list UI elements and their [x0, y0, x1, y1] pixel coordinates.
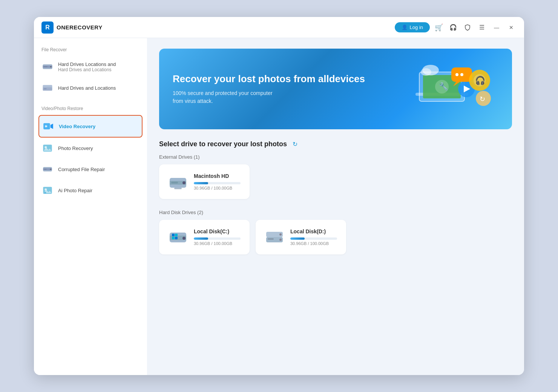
svg-rect-49: [172, 237, 175, 239]
menu-icon[interactable]: ☰: [477, 22, 487, 33]
macintosh-hd-name: Macintosh HD: [194, 173, 241, 179]
svg-point-2: [50, 66, 52, 67]
app-title: ONERECOVERY: [57, 24, 103, 31]
sidebar-item-ai-photo[interactable]: AI Ai Photo Repair: [34, 180, 147, 201]
sidebar-item-photo-recovery-label: Photo Recovery: [58, 145, 93, 151]
sidebar-item-corrupted-file-label: Corrupted File Repair: [58, 167, 105, 172]
banner-illustration: 🔧 🎧: [393, 61, 498, 117]
titlebar-actions: 👤 Log in 🛒 🎧 ☰ — ✕: [395, 22, 517, 33]
video-recovery-icon: [42, 120, 54, 132]
banner-subtitle: 100% secure and protected your computerf…: [173, 89, 365, 105]
local-disk-c-info: Local Disk(C:) 30.96GB / 100.00GB: [194, 228, 241, 246]
banner: Recover your lost photos from alldevices…: [159, 49, 512, 129]
user-icon: 👤: [402, 24, 408, 30]
svg-rect-6: [44, 88, 47, 89]
svg-text:🎧: 🎧: [475, 75, 486, 86]
svg-point-37: [421, 68, 431, 76]
external-drives-grid: Macintosh HD 30.96GB / 100.00GB: [159, 164, 512, 199]
svg-rect-43: [171, 182, 178, 184]
svg-text:AI: AI: [44, 191, 46, 194]
local-disk-c-name: Local Disk(C:): [194, 228, 241, 234]
svg-point-16: [50, 168, 51, 170]
macintosh-hd-info: Macintosh HD 30.96GB / 100.00GB: [194, 173, 241, 190]
drive-card-local-d[interactable]: Local Disk(D:) 30.96GB / 100.00GB: [256, 220, 346, 254]
cart-icon[interactable]: 🛒: [434, 22, 444, 33]
hard-disk-drives-grid: Local Disk(C:) 30.96GB / 100.00GB: [159, 220, 512, 254]
section-title: Select drive to recover your lost photos: [159, 140, 287, 148]
sidebar-item-hard-drives-1[interactable]: Hard Drives Locations and Hard Drives an…: [34, 56, 147, 77]
svg-marker-8: [51, 124, 53, 129]
svg-point-51: [182, 237, 185, 240]
svg-rect-17: [44, 169, 47, 170]
headphones-icon[interactable]: 🎧: [448, 22, 458, 33]
login-button[interactable]: 👤 Log in: [395, 22, 430, 32]
macintosh-hd-progress-bar: [194, 182, 241, 184]
drive-card-macintosh[interactable]: Macintosh HD 30.96GB / 100.00GB: [159, 164, 250, 199]
hard-disk-label: Hard Disk Drives (2): [159, 210, 512, 215]
local-disk-c-icon: [168, 227, 188, 247]
banner-text: Recover your lost photos from alldevices…: [173, 73, 365, 105]
svg-text:🔧: 🔧: [439, 82, 448, 91]
sidebar-item-photo-recovery[interactable]: Photo Recovery: [34, 138, 147, 159]
local-disk-d-icon: [265, 227, 284, 247]
ai-photo-icon: AI: [41, 184, 54, 196]
hard-drive-icon-2: [41, 82, 54, 94]
local-disk-c-progress-fill: [194, 237, 208, 240]
titlebar: R ONERECOVERY 👤 Log in 🛒 🎧 ☰ — ✕: [34, 17, 524, 38]
shield-icon[interactable]: [462, 22, 473, 33]
corrupted-file-icon: [41, 163, 54, 175]
svg-point-55: [279, 239, 282, 241]
svg-rect-50: [175, 237, 178, 239]
drive-card-local-c[interactable]: Local Disk(C:) 30.96GB / 100.00GB: [159, 220, 250, 254]
banner-title: Recover your lost photos from alldevices: [173, 73, 365, 86]
local-disk-d-name: Local Disk(D:): [290, 228, 337, 234]
macintosh-hd-size: 30.96GB / 100.00GB: [194, 186, 241, 190]
sidebar-item-hard-drives-2[interactable]: Hard Drives and Locations: [34, 77, 147, 98]
macintosh-hd-progress-fill: [194, 182, 208, 184]
external-drives-label: External Drives (1): [159, 154, 512, 160]
drive-card-inner: Macintosh HD 30.96GB / 100.00GB: [168, 172, 241, 191]
sidebar-file-recover-label: File Recover: [34, 47, 147, 56]
drive-card-d-inner: Local Disk(D:) 30.96GB / 100.00GB: [265, 227, 337, 247]
close-button[interactable]: ✕: [506, 23, 517, 32]
minimize-button[interactable]: —: [491, 23, 502, 32]
svg-point-54: [279, 233, 282, 236]
local-disk-d-progress-fill: [290, 237, 305, 240]
svg-text:↻: ↻: [480, 95, 485, 103]
local-disk-d-progress-bar: [290, 237, 337, 240]
photo-recovery-icon: [41, 142, 54, 154]
sidebar-item-hard-drives-1-label: Hard Drives Locations and Hard Drives an…: [58, 61, 116, 72]
macintosh-hd-icon: [168, 172, 188, 191]
sidebar-video-photo-label: Video/Photo Restore: [34, 106, 147, 115]
sidebar-item-corrupted-file[interactable]: Corrupted File Repair: [34, 159, 147, 180]
sidebar: File Recover Hard Drives Locations and H…: [34, 38, 147, 375]
app-window: R ONERECOVERY 👤 Log in 🛒 🎧 ☰ — ✕ File Re…: [34, 17, 524, 375]
section-header: Select drive to recover your lost photos…: [159, 140, 512, 148]
refresh-icon[interactable]: ↻: [291, 140, 299, 148]
svg-point-31: [455, 73, 458, 76]
app-logo-icon: R: [41, 21, 54, 34]
sidebar-item-ai-photo-label: Ai Photo Repair: [58, 188, 92, 193]
drive-card-c-inner: Local Disk(C:) 30.96GB / 100.00GB: [168, 227, 241, 247]
svg-rect-3: [44, 66, 48, 67]
main-layout: File Recover Hard Drives Locations and H…: [34, 38, 524, 375]
svg-rect-44: [174, 188, 182, 189]
svg-point-42: [182, 181, 185, 184]
local-disk-d-size: 30.96GB / 100.00GB: [290, 241, 337, 246]
logo-area: R ONERECOVERY: [41, 21, 395, 34]
svg-rect-47: [172, 234, 175, 236]
local-disk-c-size: 30.96GB / 100.00GB: [194, 241, 241, 246]
sidebar-item-video-recovery-label: Video Recovery: [59, 124, 95, 129]
svg-point-32: [460, 73, 463, 76]
sidebar-item-video-recovery[interactable]: Video Recovery: [38, 115, 143, 138]
hard-drive-icon-1: [41, 61, 54, 73]
sidebar-item-hard-drives-2-label: Hard Drives and Locations: [58, 85, 116, 91]
local-disk-c-progress-bar: [194, 237, 241, 240]
local-disk-d-info: Local Disk(D:) 30.96GB / 100.00GB: [290, 228, 337, 246]
content-area: Recover your lost photos from alldevices…: [147, 38, 524, 375]
svg-rect-56: [268, 238, 274, 240]
svg-rect-48: [175, 234, 178, 236]
